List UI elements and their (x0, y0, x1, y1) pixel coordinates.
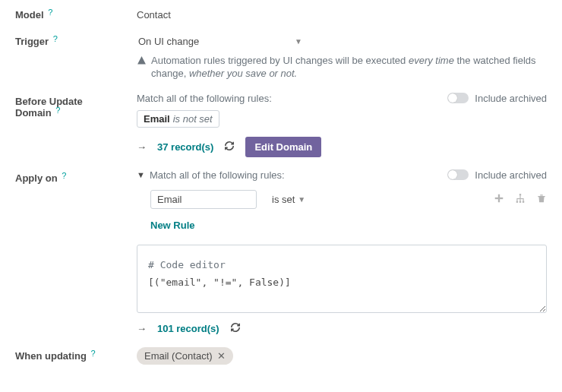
trigger-value: On UI change (138, 36, 199, 47)
tag-label: Email (Contact) (144, 350, 213, 362)
apply-on-records-link[interactable]: 101 record(s) (157, 323, 219, 334)
include-archived-label: Include archived (475, 93, 547, 104)
svg-rect-7 (516, 198, 523, 199)
include-archived-label-2: Include archived (475, 169, 547, 181)
svg-rect-9 (519, 199, 520, 201)
chevron-down-icon: ▼ (298, 195, 305, 204)
svg-rect-1 (495, 198, 504, 199)
remove-tag-icon[interactable]: ✕ (217, 350, 226, 362)
warning-icon (137, 55, 147, 65)
before-domain-label-1: Before Update (15, 96, 83, 107)
apply-on-label: Apply on (15, 172, 58, 184)
svg-rect-2 (519, 194, 521, 195)
before-domain-records-link[interactable]: 37 record(s) (157, 141, 213, 153)
new-rule-link[interactable]: New Rule (150, 220, 195, 231)
arrow-icon: → (137, 141, 147, 153)
trigger-warning: Automation rules triggered by UI changes… (137, 55, 547, 81)
model-value[interactable]: Contact (137, 6, 547, 21)
help-icon[interactable]: ? (53, 34, 58, 43)
svg-rect-4 (519, 201, 521, 202)
add-branch-icon[interactable] (515, 193, 526, 206)
svg-rect-3 (516, 201, 518, 202)
when-updating-tag[interactable]: Email (Contact) ✕ (137, 347, 233, 365)
svg-rect-10 (523, 199, 524, 201)
add-rule-icon[interactable] (494, 193, 504, 206)
code-editor[interactable]: # Code editor [("email", "!=", False)] (137, 245, 547, 313)
code-comment: # Code editor (148, 256, 535, 273)
include-archived-toggle[interactable]: Include archived (447, 93, 547, 104)
before-domain-match-text: Match all of the following rules: (137, 93, 272, 104)
model-label: Model (15, 9, 44, 21)
apply-on-match-text: Match all of the following rules: (150, 169, 285, 181)
rule-operator-select[interactable]: is set ▼ (272, 194, 305, 205)
apply-on-rule-row: is set ▼ (137, 190, 547, 209)
arrow-icon: → (137, 323, 147, 334)
before-domain-rule-chip: Email is not set (137, 110, 219, 128)
svg-rect-5 (523, 201, 524, 202)
svg-rect-6 (519, 195, 520, 198)
help-icon[interactable]: ? (62, 171, 66, 180)
when-updating-label: When updating (15, 350, 87, 362)
code-expression: [("email", "!=", False)] (148, 273, 535, 291)
trigger-label: Trigger (15, 36, 49, 47)
edit-domain-button[interactable]: Edit Domain (245, 137, 321, 157)
delete-rule-icon[interactable] (536, 193, 547, 206)
help-icon[interactable]: ? (55, 106, 60, 115)
trigger-select[interactable]: On UI change ▼ (137, 33, 304, 50)
refresh-icon[interactable] (230, 322, 241, 335)
chevron-down-icon: ▼ (295, 37, 302, 46)
before-domain-label-2: Domain (15, 107, 52, 119)
svg-rect-8 (516, 199, 517, 201)
refresh-icon[interactable] (224, 141, 235, 153)
help-icon[interactable]: ? (48, 8, 52, 17)
help-icon[interactable]: ? (91, 349, 96, 358)
collapse-icon[interactable]: ▼ (137, 170, 145, 179)
include-archived-toggle-2[interactable]: Include archived (447, 169, 547, 181)
rule-field-input[interactable] (150, 190, 257, 209)
